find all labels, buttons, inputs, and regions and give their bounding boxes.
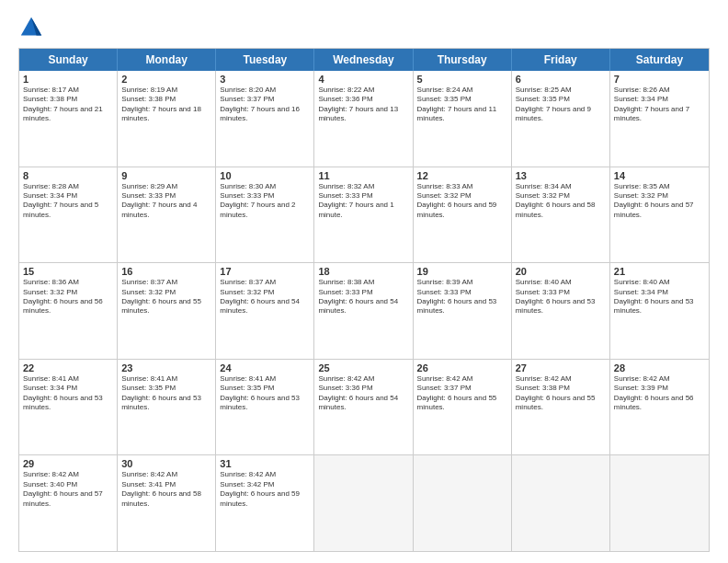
- cell-info: Sunrise: 8:40 AM Sunset: 3:34 PM Dayligh…: [614, 278, 705, 316]
- calendar-cell: 7 Sunrise: 8:26 AM Sunset: 3:34 PM Dayli…: [610, 71, 709, 167]
- day-number: 2: [121, 74, 211, 85]
- calendar-row: 29 Sunrise: 8:42 AM Sunset: 3:40 PM Dayl…: [19, 454, 709, 551]
- calendar-cell: 9 Sunrise: 8:29 AM Sunset: 3:33 PM Dayli…: [118, 167, 216, 263]
- cell-info: Sunrise: 8:42 AM Sunset: 3:41 PM Dayligh…: [121, 470, 211, 509]
- day-number: 31: [220, 458, 310, 469]
- calendar-cell: 22 Sunrise: 8:41 AM Sunset: 3:34 PM Dayl…: [19, 360, 118, 455]
- day-number: 16: [121, 266, 211, 277]
- day-number: 25: [318, 362, 408, 373]
- calendar-body: 1 Sunrise: 8:17 AM Sunset: 3:38 PM Dayli…: [19, 71, 709, 551]
- cell-info: Sunrise: 8:37 AM Sunset: 3:32 PM Dayligh…: [121, 278, 211, 316]
- weekday-header: Monday: [118, 49, 216, 71]
- day-number: 1: [23, 74, 113, 85]
- cell-info: Sunrise: 8:42 AM Sunset: 3:40 PM Dayligh…: [23, 470, 113, 509]
- day-number: 14: [614, 170, 705, 181]
- day-number: 6: [516, 74, 606, 85]
- cell-info: Sunrise: 8:42 AM Sunset: 3:37 PM Dayligh…: [417, 374, 507, 413]
- calendar-row: 1 Sunrise: 8:17 AM Sunset: 3:38 PM Dayli…: [19, 71, 709, 167]
- day-number: 10: [220, 170, 310, 181]
- calendar-cell: 19 Sunrise: 8:39 AM Sunset: 3:33 PM Dayl…: [414, 263, 512, 359]
- day-number: 12: [417, 170, 507, 181]
- cell-info: Sunrise: 8:42 AM Sunset: 3:42 PM Dayligh…: [220, 470, 310, 509]
- cell-info: Sunrise: 8:35 AM Sunset: 3:32 PM Dayligh…: [614, 182, 705, 221]
- calendar-cell: 20 Sunrise: 8:40 AM Sunset: 3:33 PM Dayl…: [512, 263, 610, 359]
- calendar-cell: 4 Sunrise: 8:22 AM Sunset: 3:36 PM Dayli…: [314, 71, 413, 167]
- day-number: 17: [220, 266, 310, 277]
- calendar-cell: 15 Sunrise: 8:36 AM Sunset: 3:32 PM Dayl…: [19, 263, 118, 359]
- weekday-header: Wednesday: [314, 49, 413, 71]
- day-number: 8: [23, 170, 113, 181]
- cell-info: Sunrise: 8:40 AM Sunset: 3:33 PM Dayligh…: [516, 278, 606, 316]
- calendar-cell: 29 Sunrise: 8:42 AM Sunset: 3:40 PM Dayl…: [19, 455, 118, 551]
- page: SundayMondayTuesdayWednesdayThursdayFrid…: [0, 0, 728, 563]
- calendar-cell: 28 Sunrise: 8:42 AM Sunset: 3:39 PM Dayl…: [610, 360, 709, 455]
- cell-info: Sunrise: 8:29 AM Sunset: 3:33 PM Dayligh…: [121, 182, 211, 221]
- weekday-header: Friday: [512, 49, 610, 71]
- calendar-cell: 25 Sunrise: 8:42 AM Sunset: 3:36 PM Dayl…: [314, 360, 413, 455]
- calendar-cell: [610, 455, 709, 551]
- calendar-cell: 23 Sunrise: 8:41 AM Sunset: 3:35 PM Dayl…: [118, 360, 216, 455]
- day-number: 24: [220, 362, 310, 373]
- header: [18, 15, 710, 40]
- day-number: 29: [23, 458, 113, 469]
- weekday-header: Tuesday: [216, 49, 314, 71]
- cell-info: Sunrise: 8:22 AM Sunset: 3:36 PM Dayligh…: [318, 86, 408, 124]
- cell-info: Sunrise: 8:38 AM Sunset: 3:33 PM Dayligh…: [318, 278, 408, 316]
- cell-info: Sunrise: 8:32 AM Sunset: 3:33 PM Dayligh…: [318, 182, 408, 221]
- calendar-cell: 14 Sunrise: 8:35 AM Sunset: 3:32 PM Dayl…: [610, 167, 709, 263]
- calendar-cell: 27 Sunrise: 8:42 AM Sunset: 3:38 PM Dayl…: [512, 360, 610, 455]
- day-number: 9: [121, 170, 211, 181]
- day-number: 30: [121, 458, 211, 469]
- calendar-cell: 17 Sunrise: 8:37 AM Sunset: 3:32 PM Dayl…: [216, 263, 314, 359]
- calendar-row: 15 Sunrise: 8:36 AM Sunset: 3:32 PM Dayl…: [19, 262, 709, 359]
- calendar-header: SundayMondayTuesdayWednesdayThursdayFrid…: [19, 49, 709, 71]
- day-number: 18: [318, 266, 408, 277]
- cell-info: Sunrise: 8:26 AM Sunset: 3:34 PM Dayligh…: [614, 86, 705, 124]
- calendar-cell: 3 Sunrise: 8:20 AM Sunset: 3:37 PM Dayli…: [216, 71, 314, 167]
- calendar-cell: 13 Sunrise: 8:34 AM Sunset: 3:32 PM Dayl…: [512, 167, 610, 263]
- cell-info: Sunrise: 8:41 AM Sunset: 3:34 PM Dayligh…: [23, 374, 113, 413]
- day-number: 5: [417, 74, 507, 85]
- cell-info: Sunrise: 8:37 AM Sunset: 3:32 PM Dayligh…: [220, 278, 310, 316]
- calendar-cell: [414, 455, 512, 551]
- calendar-cell: 2 Sunrise: 8:19 AM Sunset: 3:38 PM Dayli…: [118, 71, 216, 167]
- cell-info: Sunrise: 8:19 AM Sunset: 3:38 PM Dayligh…: [121, 86, 211, 124]
- calendar-cell: 24 Sunrise: 8:41 AM Sunset: 3:35 PM Dayl…: [216, 360, 314, 455]
- cell-info: Sunrise: 8:30 AM Sunset: 3:33 PM Dayligh…: [220, 182, 310, 221]
- calendar-cell: 16 Sunrise: 8:37 AM Sunset: 3:32 PM Dayl…: [118, 263, 216, 359]
- calendar-cell: 30 Sunrise: 8:42 AM Sunset: 3:41 PM Dayl…: [118, 455, 216, 551]
- cell-info: Sunrise: 8:42 AM Sunset: 3:38 PM Dayligh…: [516, 374, 606, 413]
- day-number: 27: [516, 362, 606, 373]
- calendar-cell: [512, 455, 610, 551]
- calendar-row: 22 Sunrise: 8:41 AM Sunset: 3:34 PM Dayl…: [19, 359, 709, 455]
- day-number: 7: [614, 74, 705, 85]
- weekday-header: Saturday: [610, 49, 709, 71]
- day-number: 11: [318, 170, 408, 181]
- cell-info: Sunrise: 8:41 AM Sunset: 3:35 PM Dayligh…: [121, 374, 211, 413]
- day-number: 22: [23, 362, 113, 373]
- cell-info: Sunrise: 8:39 AM Sunset: 3:33 PM Dayligh…: [417, 278, 507, 316]
- day-number: 19: [417, 266, 507, 277]
- cell-info: Sunrise: 8:41 AM Sunset: 3:35 PM Dayligh…: [220, 374, 310, 413]
- calendar-cell: [314, 455, 413, 551]
- cell-info: Sunrise: 8:36 AM Sunset: 3:32 PM Dayligh…: [23, 278, 113, 316]
- day-number: 13: [516, 170, 606, 181]
- calendar-cell: 31 Sunrise: 8:42 AM Sunset: 3:42 PM Dayl…: [216, 455, 314, 551]
- day-number: 23: [121, 362, 211, 373]
- calendar-cell: 10 Sunrise: 8:30 AM Sunset: 3:33 PM Dayl…: [216, 167, 314, 263]
- logo: [18, 15, 48, 40]
- calendar-cell: 6 Sunrise: 8:25 AM Sunset: 3:35 PM Dayli…: [512, 71, 610, 167]
- calendar-cell: 5 Sunrise: 8:24 AM Sunset: 3:35 PM Dayli…: [414, 71, 512, 167]
- day-number: 26: [417, 362, 507, 373]
- cell-info: Sunrise: 8:33 AM Sunset: 3:32 PM Dayligh…: [417, 182, 507, 221]
- day-number: 3: [220, 74, 310, 85]
- calendar-row: 8 Sunrise: 8:28 AM Sunset: 3:34 PM Dayli…: [19, 167, 709, 263]
- calendar-cell: 1 Sunrise: 8:17 AM Sunset: 3:38 PM Dayli…: [19, 71, 118, 167]
- calendar-cell: 8 Sunrise: 8:28 AM Sunset: 3:34 PM Dayli…: [19, 167, 118, 263]
- calendar-cell: 18 Sunrise: 8:38 AM Sunset: 3:33 PM Dayl…: [314, 263, 413, 359]
- cell-info: Sunrise: 8:17 AM Sunset: 3:38 PM Dayligh…: [23, 86, 113, 124]
- weekday-header: Thursday: [414, 49, 512, 71]
- cell-info: Sunrise: 8:34 AM Sunset: 3:32 PM Dayligh…: [516, 182, 606, 221]
- day-number: 15: [23, 266, 113, 277]
- cell-info: Sunrise: 8:42 AM Sunset: 3:39 PM Dayligh…: [614, 374, 705, 413]
